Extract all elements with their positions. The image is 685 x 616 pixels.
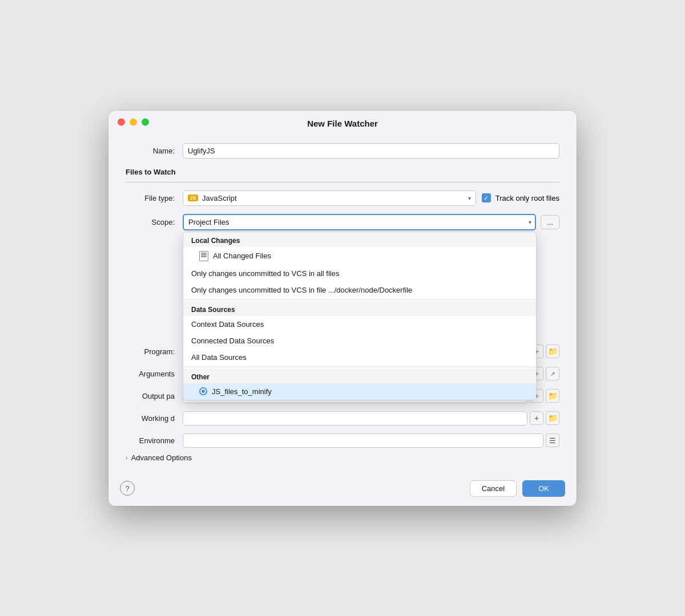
working-dir-row: Working d + 📁 [126,411,559,425]
filetype-select-wrapper: JS JavaScript ▾ [183,191,476,206]
environment-row: Environme ☰ [126,433,559,448]
filetype-row: File type: JS JavaScript ▾ ✓ Track only … [126,191,559,206]
program-label: Program: [126,347,183,356]
filetype-dropdown-row: JS JavaScript ▾ ✓ Track only root files [183,191,559,206]
scope-more-button[interactable]: ... [541,215,559,229]
js-badge: JS [188,194,198,201]
scope-control-row: Project Files ▾ Local Changes [183,214,559,230]
filetype-select[interactable]: JS JavaScript ▾ [183,191,476,206]
scope-dropdown-menu: Local Changes All Changed Files Only cha… [183,232,537,400]
filetype-label: File type: [126,194,183,202]
dropdown-item-context-data-sources[interactable]: Context Data Sources [183,316,536,333]
advanced-options-row[interactable]: › Advanced Options [126,453,559,462]
dropdown-divider-2 [183,367,536,367]
dropdown-group-data-sources: Data Sources [183,301,536,316]
dropdown-item-js-files-to-minify[interactable]: JS_files_to_minify [183,383,536,400]
dropdown-item-all-data-sources[interactable]: All Data Sources [183,349,536,366]
dropdown-group-other: Other [183,368,536,383]
output-paths-label: Output pa [126,392,183,400]
doc-icon [199,251,208,261]
advanced-chevron-icon: › [126,454,128,461]
scope-select-wrapper: Project Files ▾ Local Changes [183,214,536,230]
close-button[interactable] [118,119,125,126]
name-input[interactable] [183,143,559,159]
environment-input-row: ☰ [183,433,559,448]
working-dir-label: Working d [126,414,183,423]
new-file-watcher-dialog: New File Watcher Name: Files to Watch Fi… [108,111,577,506]
dropdown-item-all-changed-files[interactable]: All Changed Files [183,247,536,265]
scope-value: Project Files [188,218,518,226]
scope-select[interactable]: Project Files ▾ [183,214,536,230]
name-row: Name: [126,143,559,159]
arguments-expand-button[interactable]: ↗ [546,367,559,380]
section-divider-1 [126,182,559,183]
dialog-footer: ? Cancel OK [108,473,577,506]
track-root-files-row: ✓ Track only root files [482,193,559,202]
output-paths-folder-button[interactable]: 📁 [546,389,559,403]
filetype-value: JavaScript [202,194,471,202]
dialog-title: New File Watcher [307,119,378,128]
environment-input[interactable] [183,433,543,448]
footer-actions: Cancel OK [470,480,565,497]
radio-dot-inner [202,390,205,393]
dropdown-divider-1 [183,299,536,300]
dropdown-group-local-changes: Local Changes [183,232,536,247]
scope-dropdown-arrow: ▾ [529,219,531,225]
dropdown-item-vcs-dockerfile[interactable]: Only changes uncommitted to VCS in file … [183,282,536,298]
track-root-label: Track only root files [495,194,559,202]
advanced-options-label: Advanced Options [131,453,192,462]
radio-dot-icon [199,387,207,395]
working-dir-add-button[interactable]: + [530,411,543,425]
working-dir-input-row: + 📁 [183,411,559,425]
files-to-watch-title: Files to Watch [126,168,559,176]
maximize-button[interactable] [142,119,149,126]
environment-edit-button[interactable]: ☰ [546,433,559,447]
working-dir-folder-button[interactable]: 📁 [546,411,559,425]
working-dir-input[interactable] [183,411,527,425]
scope-row: Scope: Project Files ▾ Local Changes [126,214,559,230]
ok-button[interactable]: OK [522,480,565,497]
checkbox-check-icon: ✓ [483,195,489,201]
track-root-checkbox[interactable]: ✓ [482,193,491,202]
dropdown-item-connected-data-sources[interactable]: Connected Data Sources [183,333,536,349]
environment-label: Environme [126,436,183,445]
title-bar: New File Watcher [108,111,577,134]
arguments-label: Arguments [126,370,183,378]
name-field-wrapper [183,143,559,159]
scope-label: Scope: [126,218,183,226]
program-folder-button[interactable]: 📁 [546,345,559,358]
cancel-button[interactable]: Cancel [470,480,517,497]
dropdown-item-vcs-all-files[interactable]: Only changes uncommitted to VCS in all f… [183,265,536,282]
minimize-button[interactable] [130,119,137,126]
name-label: Name: [126,147,183,155]
help-button[interactable]: ? [120,481,135,496]
dialog-content: Name: Files to Watch File type: JS JavaS… [108,134,577,473]
window-controls [118,119,149,126]
